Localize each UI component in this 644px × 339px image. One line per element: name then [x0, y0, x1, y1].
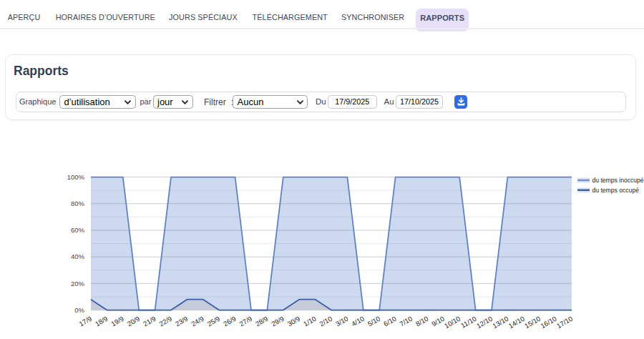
- svg-text:23/9: 23/9: [174, 315, 190, 328]
- svg-text:20/9: 20/9: [126, 315, 142, 328]
- svg-text:11/10: 11/10: [459, 315, 477, 330]
- svg-text:12/10: 12/10: [475, 315, 494, 330]
- svg-text:21/9: 21/9: [142, 315, 157, 328]
- svg-text:1/10: 1/10: [302, 315, 318, 328]
- svg-text:28/9: 28/9: [254, 315, 270, 328]
- svg-text:17/10: 17/10: [555, 315, 574, 330]
- svg-text:5/10: 5/10: [366, 315, 382, 328]
- svg-text:2/10: 2/10: [318, 315, 333, 328]
- svg-text:8/10: 8/10: [414, 315, 430, 328]
- svg-text:10/10: 10/10: [443, 315, 462, 330]
- svg-text:60%: 60%: [71, 226, 85, 234]
- svg-text:0%: 0%: [74, 306, 84, 314]
- svg-text:18/9: 18/9: [94, 315, 109, 328]
- svg-text:30/9: 30/9: [286, 315, 302, 328]
- svg-text:26/9: 26/9: [222, 315, 238, 328]
- svg-text:du temps inoccupé: du temps inoccupé: [592, 177, 644, 184]
- svg-text:14/10: 14/10: [507, 315, 526, 330]
- svg-text:du temps occupé: du temps occupé: [592, 187, 640, 194]
- svg-text:20%: 20%: [71, 280, 85, 288]
- svg-text:4/10: 4/10: [350, 315, 366, 328]
- svg-text:13/10: 13/10: [491, 315, 509, 330]
- svg-text:3/10: 3/10: [334, 315, 350, 328]
- svg-text:80%: 80%: [71, 200, 85, 207]
- svg-text:100%: 100%: [67, 173, 85, 181]
- svg-text:22/9: 22/9: [157, 315, 173, 328]
- svg-text:29/9: 29/9: [270, 315, 286, 328]
- svg-text:16/10: 16/10: [540, 315, 558, 330]
- svg-text:17/9: 17/9: [77, 315, 93, 328]
- svg-text:6/10: 6/10: [382, 315, 398, 328]
- svg-text:19/9: 19/9: [109, 315, 125, 328]
- svg-text:15/10: 15/10: [523, 315, 542, 330]
- svg-text:40%: 40%: [71, 252, 85, 260]
- svg-text:7/10: 7/10: [398, 315, 414, 328]
- svg-text:25/9: 25/9: [206, 315, 222, 328]
- svg-text:9/10: 9/10: [430, 315, 446, 328]
- svg-text:27/9: 27/9: [238, 315, 253, 328]
- svg-text:24/9: 24/9: [190, 315, 205, 328]
